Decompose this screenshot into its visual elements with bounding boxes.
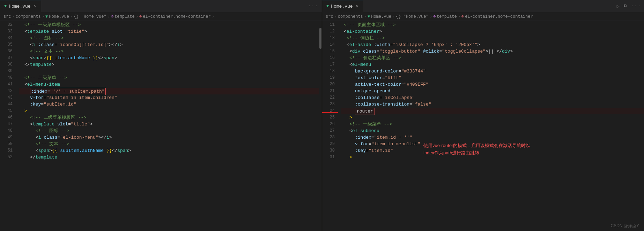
left-bc-sep1: › — [12, 14, 15, 19]
right-code-line-29: v-for="item in menulist" — [341, 141, 644, 147]
left-code-line-44: :key="subItem.id" — [19, 101, 322, 108]
left-code-line-41: <el-menu-item — [19, 81, 322, 88]
left-tab-home-vue[interactable]: ▼ Home.vue × — [0, 0, 41, 13]
left-bc-template: template — [114, 14, 135, 19]
right-code-line-12: <el-container> — [341, 28, 644, 35]
right-bc-sep4: › — [430, 14, 432, 19]
left-bc-arrow: › — [212, 14, 214, 19]
left-editor-pane: 32 33 34 35 36 37 38 39 40 41 42 43 44 4… — [0, 21, 322, 231]
right-code-line-15: <div class="toggle-button" @click="toggl… — [341, 48, 644, 55]
right-code-line-11: <!-- 页面主体区域 --> — [341, 22, 644, 28]
right-bc-el-icon: ⊘ — [461, 14, 464, 19]
rln-28: 28 — [322, 134, 335, 141]
left-bc-sep5: › — [136, 14, 138, 19]
rln-12: 12 — [322, 28, 335, 35]
left-code-line-36: <!-- 文本 --> — [19, 48, 322, 55]
right-code-area[interactable]: 11 12 13 14 15 16 17 18 19 20 21 22 23 2… — [322, 21, 644, 231]
right-code-line-27: <el-submenu — [341, 128, 644, 134]
right-editor-pane: 11 12 13 14 15 16 17 18 19 20 21 22 23 2… — [322, 21, 644, 231]
left-code-line-47: <template slot="title"> — [19, 121, 322, 128]
right-more-button[interactable]: ··· — [631, 3, 641, 9]
right-code-line-30: :key="item.id" — [341, 147, 644, 154]
rln-11: 11 — [322, 22, 335, 28]
right-code-line-16: <!-- 侧边栏菜单区 --> — [341, 55, 644, 61]
right-tab-close[interactable]: × — [355, 3, 359, 9]
split-button[interactable]: ⧉ — [624, 3, 627, 9]
left-bc-template-icon: ⊘ — [111, 14, 113, 19]
right-code-line-20: active-text-color="#409EFF" — [341, 81, 644, 88]
right-bc-sep2: › — [364, 14, 367, 19]
right-bc-template-icon: ⊘ — [433, 14, 436, 19]
rln-21: 21 — [322, 88, 335, 94]
right-bc-components: components — [338, 14, 363, 19]
right-bc-sep5: › — [458, 14, 460, 19]
right-code-line-25: > — [341, 114, 644, 121]
ln-51: 51 — [0, 147, 13, 154]
ln-36: 36 — [0, 48, 13, 55]
rln-19: 19 — [322, 75, 335, 81]
right-code-line-19: text-color="#fff" — [341, 75, 644, 81]
play-button[interactable]: ▷ — [617, 3, 620, 9]
rln-24: 24 — [322, 108, 335, 114]
right-code-line-26: <!-- 一级菜单 --> — [341, 121, 644, 128]
ln-39: 39 — [0, 68, 13, 75]
left-bc-components: components — [16, 14, 41, 19]
left-tab-more[interactable]: ··· — [305, 3, 322, 9]
left-bc-sep2: › — [42, 14, 44, 19]
right-code-line-14: <el-aside :width="isCollapse ? '64px' : … — [341, 41, 644, 48]
left-code-line-48: <!-- 图标 --> — [19, 128, 322, 134]
left-tab-close[interactable]: × — [33, 3, 37, 9]
ln-34: 34 — [0, 35, 13, 41]
left-code-line-37: <span>{{ item.authName }}</span> — [19, 55, 322, 61]
right-code-content[interactable]: <!-- 页面主体区域 --> <el-container> <!-- 侧边栏 … — [338, 21, 644, 231]
left-code-area[interactable]: 32 33 34 35 36 37 38 39 40 41 42 43 44 4… — [0, 21, 322, 231]
left-code-content[interactable]: <!-- 一级菜单模板区 --> <template slot="title">… — [16, 21, 322, 231]
right-code-line-13: <!-- 侧边栏 --> — [341, 35, 644, 41]
ln-52: 52 — [0, 154, 13, 161]
left-tab-label: Home.vue — [9, 4, 30, 9]
left-vue-icon: ▼ — [4, 4, 7, 9]
right-bc-el: el-container.home-container — [465, 14, 533, 19]
ln-45: 45 — [0, 108, 13, 114]
rln-13: 13 — [322, 35, 335, 41]
left-code-line-32: <!-- 一级菜单模板区 --> — [19, 22, 322, 28]
left-code-line-39 — [19, 68, 322, 75]
left-scroll-thumb[interactable] — [319, 28, 321, 49]
right-bc-vue-icon: ▼ — [368, 14, 370, 19]
rln-23: 23 — [322, 101, 335, 108]
right-code-line-31: > — [341, 154, 644, 161]
editors-split: 32 33 34 35 36 37 38 39 40 41 42 43 44 4… — [0, 21, 644, 231]
left-code-line-45: > — [19, 108, 322, 114]
right-code-line-22: :collapse="isCollapse" — [341, 94, 644, 101]
right-code-line-17: <el-menu — [341, 61, 644, 68]
rln-27: 27 — [322, 128, 335, 134]
rln-18: 18 — [322, 68, 335, 75]
watermark: CSDN @洋溢Y — [610, 223, 639, 229]
rln-14: 14 — [322, 41, 335, 48]
right-tab-home-vue[interactable]: ▼ Home.vue × — [322, 0, 363, 13]
left-code-line-46: <!-- 二级菜单模板区 --> — [19, 114, 322, 121]
rln-25: 25 — [322, 114, 335, 121]
router-keyword: router — [355, 108, 375, 115]
right-code-line-18: background-color="#333744" — [341, 68, 644, 75]
right-code-line-21: unique-opened — [341, 88, 644, 94]
right-bc-template: template — [437, 14, 457, 19]
left-code-line-52: </template — [19, 154, 322, 161]
ln-43: 43 — [0, 94, 13, 101]
ln-46: 46 — [0, 114, 13, 121]
ln-48: 48 — [0, 128, 13, 134]
right-bc-filename: Home.vue — [371, 14, 391, 19]
left-code-line-40: <!-- 二级菜单 --> — [19, 75, 322, 81]
left-scrollbar[interactable] — [319, 21, 322, 231]
right-bc-src: src — [326, 14, 333, 19]
ln-40: 40 — [0, 75, 13, 81]
rln-17: 17 — [322, 61, 335, 68]
right-code-line-24: router — [341, 108, 644, 114]
right-line-numbers: 11 12 13 14 15 16 17 18 19 20 21 22 23 2… — [322, 21, 338, 231]
left-code-line-43: v-for="subItem in item.children" — [19, 94, 322, 101]
left-bc-filename: Home.vue — [49, 14, 69, 19]
left-line-numbers: 32 33 34 35 36 37 38 39 40 41 42 43 44 4… — [0, 21, 16, 231]
right-bc-obj: {} "Home.vue" — [396, 14, 429, 19]
rln-31: 31 — [322, 154, 335, 161]
left-code-line-38: </template> — [19, 61, 322, 68]
